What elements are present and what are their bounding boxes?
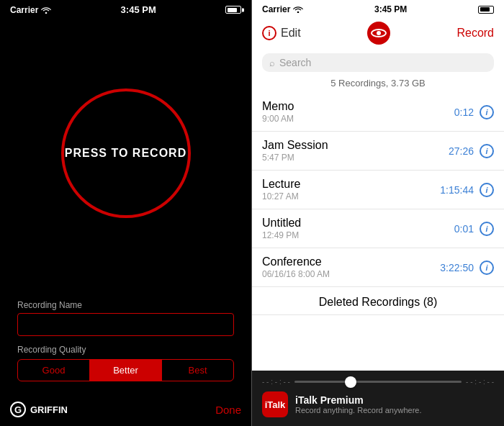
recording-title-lecture: Lecture [262,178,300,191]
left-phone: Carrier 3:45 PM PRESS TO RECORD Recordin… [0,0,252,426]
quality-better-button[interactable]: Better [90,360,162,381]
recording-item-lecture[interactable]: Lecture 10:27 AM 1:15:44 i [252,171,504,209]
recording-time-jam: 5:47 PM [262,153,328,163]
griffin-g-icon: G [10,402,26,417]
recording-item-conference[interactable]: Conference 06/16/16 8:00 AM 3:22:50 i [252,248,504,287]
quality-good-button[interactable]: Good [18,360,90,381]
bottom-section: Recording Name Recording Quality Good Be… [0,289,251,396]
right-phone: Carrier 3:45 PM i Edit Record ⌕ Search [252,0,504,426]
recording-info-conference: Conference 06/16/16 8:00 AM [262,255,330,279]
recording-right-jam: 27:26 i [449,144,494,158]
recording-right-memo: 0:12 i [454,105,494,119]
player-slider-track[interactable] [294,381,462,383]
recordings-list: Memo 9:00 AM 0:12 i Jam Session 5:47 PM … [252,93,504,371]
right-battery [478,6,494,14]
griffin-label: GRIFFIN [30,404,68,415]
right-time: 3:45 PM [374,4,407,14]
info-button-jam[interactable]: i [480,144,494,158]
left-status-bar: Carrier 3:45 PM [0,0,251,18]
svg-point-0 [45,12,48,13]
recording-info-untitled: Untitled 12:49 PM [262,217,301,240]
record-circle-area[interactable]: PRESS TO RECORD [0,18,251,289]
recording-title-untitled: Untitled [262,217,301,230]
recording-quality-label: Recording Quality [17,345,234,355]
left-footer: G GRIFFIN Done [0,396,251,426]
info-circle-icon[interactable]: i [262,26,276,40]
italk-icon-label: iTalk [265,399,286,410]
search-bar[interactable]: ⌕ Search [262,53,494,72]
recording-duration-lecture: 1:15:44 [440,184,474,196]
right-carrier: Carrier [262,4,303,14]
recording-right-untitled: 0:01 i [454,222,494,236]
info-button-conference[interactable]: i [480,260,494,275]
player-time-left: - - : - : - - [262,378,290,386]
recording-time-untitled: 12:49 PM [262,230,301,240]
italk-app-icon: iTalk [262,391,288,417]
recording-right-conference: 3:22:50 i [440,260,494,275]
recording-item-jam[interactable]: Jam Session 5:47 PM 27:26 i [252,132,504,171]
nav-edit[interactable]: i Edit [262,26,301,40]
recording-info-jam: Jam Session 5:47 PM [262,139,328,163]
left-carrier: Carrier [10,5,51,15]
right-wifi-icon [293,6,303,13]
quality-best-button[interactable]: Best [162,360,233,381]
carrier-text: Carrier [10,5,38,15]
eye-outline [371,29,387,37]
recording-time-conference: 06/16/16 8:00 AM [262,269,330,279]
search-icon: ⌕ [269,58,275,68]
press-to-record-label: PRESS TO RECORD [65,147,186,160]
player-info-row: iTalk iTalk Premium Record anything. Rec… [262,391,494,417]
recording-duration-conference: 3:22:50 [440,262,474,273]
bottom-player: - - : - : - - - - : - : - - iTalk iTalk … [252,371,504,426]
recording-name-label: Recording Name [17,300,234,310]
wifi-icon [41,6,51,14]
player-slider-row: - - : - : - - - - : - : - - [262,378,494,386]
quality-buttons: Good Better Best [17,359,234,381]
recording-name-input[interactable] [17,313,234,336]
record-nav-button[interactable]: Record [456,27,494,40]
info-button-untitled[interactable]: i [480,222,494,236]
italk-subtitle: Record anything. Record anywhere. [295,406,421,414]
edit-label[interactable]: Edit [281,27,301,40]
record-circle[interactable]: PRESS TO RECORD [61,89,191,218]
italk-title: iTalk Premium [295,394,421,406]
recording-title-memo: Memo [262,100,294,113]
svg-point-1 [297,12,300,13]
recording-item-untitled[interactable]: Untitled 12:49 PM 0:01 i [252,209,504,248]
right-status-bar: Carrier 3:45 PM [252,0,504,17]
done-button[interactable]: Done [215,404,241,416]
recording-duration-memo: 0:12 [454,106,474,118]
app-icon [367,22,390,45]
italk-text: iTalk Premium Record anything. Record an… [295,394,421,414]
recording-duration-untitled: 0:01 [454,223,474,235]
left-battery [225,6,241,14]
griffin-logo: G GRIFFIN [10,402,68,417]
recording-item-memo[interactable]: Memo 9:00 AM 0:12 i [252,93,504,132]
recording-time-lecture: 10:27 AM [262,191,300,201]
right-nav: i Edit Record [252,17,504,50]
player-time-right: - - : - : - - [466,378,494,386]
deleted-section[interactable]: Deleted Recordings (8) [252,287,504,315]
right-carrier-text: Carrier [262,4,290,14]
recordings-count: 5 Recordings, 3.73 GB [252,78,504,89]
recording-time-memo: 9:00 AM [262,114,294,124]
search-placeholder: Search [279,57,311,68]
eye-pupil [377,31,381,35]
player-slider-thumb[interactable] [345,376,356,388]
recording-title-conference: Conference [262,255,330,268]
info-button-memo[interactable]: i [480,105,494,119]
recording-info-memo: Memo 9:00 AM [262,100,294,124]
recording-right-lecture: 1:15:44 i [440,183,494,197]
recording-info-lecture: Lecture 10:27 AM [262,178,300,201]
recording-title-jam: Jam Session [262,139,328,152]
info-button-lecture[interactable]: i [480,183,494,197]
recording-duration-jam: 27:26 [449,145,474,157]
left-time: 3:45 PM [121,4,156,15]
